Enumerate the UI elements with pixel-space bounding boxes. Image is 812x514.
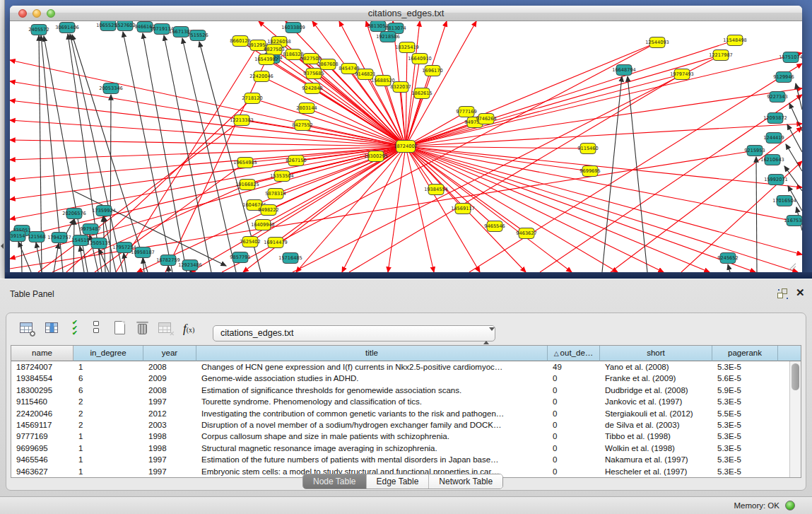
table-cell[interactable]: 0 — [548, 466, 600, 477]
table-cell[interactable]: 1998 — [143, 431, 196, 442]
table-cell[interactable]: 19384554 — [11, 373, 73, 384]
table-row[interactable]: 2242004622012Investigating the contribut… — [11, 408, 790, 419]
table-cell[interactable]: 0 — [548, 396, 600, 407]
table-cell[interactable]: Franke et al. (2009) — [600, 373, 712, 384]
table-cell[interactable]: 0 — [548, 419, 600, 431]
table-cell[interactable]: Disruption of a novel member of a sodium… — [196, 419, 548, 431]
table-cell[interactable]: 5.3E-5 — [712, 361, 778, 373]
table-row[interactable]: 946554611997Estimation of the future num… — [11, 454, 790, 465]
table-cell[interactable]: 9463627 — [11, 466, 73, 477]
table-cell[interactable]: 18300295 — [11, 385, 73, 396]
table-cell[interactable]: 49 — [548, 361, 600, 373]
table-cell[interactable]: 2008 — [143, 361, 196, 373]
table-cell[interactable]: 1997 — [143, 396, 196, 407]
table-cell[interactable]: Tibbo et al. (1998) — [600, 431, 712, 442]
window-titlebar[interactable]: citations_edges.txt — [10, 6, 802, 21]
table-row[interactable]: 977716911998Corpus callosum shape and si… — [11, 431, 790, 442]
table-cell[interactable]: 1 — [73, 454, 143, 465]
table-selector-dropdown[interactable]: citations_edges.txt — [213, 325, 495, 341]
table-cell[interactable]: 2 — [73, 419, 143, 431]
table-cell[interactable]: Estimation of significance thresholds fo… — [196, 385, 548, 396]
table-cell[interactable]: 5.6E-5 — [712, 373, 778, 384]
table-cell[interactable]: 2003 — [143, 419, 196, 431]
tab-node-table[interactable]: Node Table — [303, 474, 367, 489]
tab-network-table[interactable]: Network Table — [429, 474, 502, 489]
table-cell[interactable]: 0 — [548, 408, 600, 419]
table-cell[interactable]: 22420046 — [11, 408, 73, 419]
table-cell[interactable]: 5.3E-5 — [712, 443, 778, 454]
column-select-icon[interactable]: ✔✔✔ — [69, 319, 87, 337]
table-cell[interactable]: 0 — [548, 431, 600, 442]
table-cell[interactable]: 0 — [548, 373, 600, 384]
table-cell[interactable]: 9699695 — [11, 443, 73, 454]
table-cell[interactable]: 1997 — [143, 454, 196, 465]
table-cell[interactable]: 1 — [73, 361, 143, 373]
table-cell[interactable]: 0 — [548, 443, 600, 454]
table-cell[interactable]: 9777169 — [11, 431, 73, 442]
table-cell[interactable]: 5.3E-5 — [712, 454, 778, 465]
network-canvas[interactable]: 2405572306914061065525715276029466162107… — [10, 21, 802, 272]
table-cell[interactable]: 1 — [73, 443, 143, 454]
table-cell[interactable]: 2 — [73, 396, 143, 407]
column-header-out_de[interactable]: △out_de… — [548, 346, 600, 361]
table-cell[interactable]: 1 — [73, 431, 143, 442]
table-cell[interactable]: Stergiakouli et al. (2012) — [600, 408, 712, 419]
table-cell[interactable]: 0 — [548, 454, 600, 465]
column-header-pagerank[interactable]: pagerank — [712, 346, 778, 361]
table-cell[interactable]: 18724007 — [11, 361, 73, 373]
table-cell[interactable]: Tourette syndrome. Phenomenology and cla… — [196, 396, 548, 407]
scrollbar-thumb[interactable] — [792, 363, 799, 390]
table-cell[interactable]: 9465546 — [11, 454, 73, 465]
table-row[interactable]: 1456911722003Disruption of a novel membe… — [11, 419, 790, 431]
table-cell[interactable]: 9115460 — [11, 396, 73, 407]
table-settings-icon[interactable] — [18, 319, 36, 337]
panel-collapse-arrow-icon[interactable] — [1, 243, 4, 249]
table-cell[interactable]: 5.3E-5 — [712, 431, 778, 442]
table-cell[interactable]: Jankovic et al. (1997) — [600, 396, 712, 407]
column-header-title[interactable]: title — [196, 346, 548, 361]
column-header-name[interactable]: name — [11, 346, 73, 361]
table-row[interactable]: 969969511998Structural magnetic resonanc… — [11, 443, 790, 454]
table-cell[interactable]: 1 — [73, 466, 143, 477]
table-cell[interactable]: 2008 — [143, 385, 196, 396]
float-panel-icon[interactable] — [777, 288, 789, 300]
function-builder-icon[interactable]: f(x) — [182, 319, 200, 337]
table-cell[interactable]: 6 — [73, 385, 143, 396]
table-cell[interactable]: Structural magnetic resonance image aver… — [196, 443, 548, 454]
row-mode-icon[interactable] — [87, 319, 105, 337]
table-cell[interactable]: Corpus callosum shape and size in male p… — [196, 431, 548, 442]
column-visibility-icon[interactable] — [43, 319, 61, 337]
table-cell[interactable]: 2 — [73, 408, 143, 419]
table-cell[interactable]: 6 — [73, 373, 143, 384]
table-cell[interactable]: Wolkin et al. (1998) — [600, 443, 712, 454]
table-cell[interactable]: 1997 — [143, 466, 196, 477]
table-row[interactable]: 1830029562008Estimation of significance … — [11, 385, 790, 396]
table-cell[interactable]: 0 — [548, 385, 600, 396]
table-cell[interactable]: 5.3E-5 — [712, 466, 778, 477]
table-cell[interactable]: 5.9E-5 — [712, 385, 778, 396]
table-cell[interactable]: 2009 — [143, 373, 196, 384]
column-header-in_degree[interactable]: in_degree — [73, 346, 143, 361]
new-column-icon[interactable] — [111, 319, 129, 337]
window-resize-grip[interactable] — [787, 262, 797, 271]
table-cell[interactable]: 5.3E-5 — [712, 419, 778, 431]
table-cell[interactable]: 5.3E-5 — [712, 396, 778, 407]
table-row[interactable]: 911546021997Tourette syndrome. Phenomeno… — [11, 396, 790, 407]
table-cell[interactable]: Estimation of the future numbers of pati… — [196, 454, 548, 465]
table-cell[interactable]: 1998 — [143, 443, 196, 454]
table-cell[interactable]: Dudbridge et al. (2008) — [600, 385, 712, 396]
table-cell[interactable]: Nakamura et al. (1997) — [600, 454, 712, 465]
column-header-year[interactable]: year — [143, 346, 196, 361]
table-cell[interactable]: Yano et al. (2008) — [600, 361, 712, 373]
table-cell[interactable]: Hescheler et al. (1997) — [600, 466, 712, 477]
tab-edge-table[interactable]: Edge Table — [367, 474, 430, 489]
table-cell[interactable]: Investigating the contribution of common… — [196, 408, 548, 419]
table-cell[interactable]: Changes of HCN gene expression and I(f) … — [196, 361, 548, 373]
table-row[interactable]: 1872400712008Changes of HCN gene express… — [11, 361, 790, 373]
delete-column-icon[interactable] — [134, 319, 152, 337]
table-cell[interactable]: 5.5E-5 — [712, 408, 778, 419]
column-header-short[interactable]: short — [600, 346, 712, 361]
table-cell[interactable]: Genome-wide association studies in ADHD. — [196, 373, 548, 384]
close-panel-icon[interactable]: ✕ — [796, 286, 805, 299]
delete-table-icon[interactable]: ✕ — [156, 319, 175, 337]
